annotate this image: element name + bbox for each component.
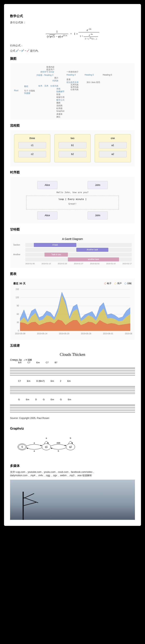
mm-node: 流程图 [56,104,62,107]
svg-text:2019-06-01: 2019-06-01 [103,332,113,335]
svg-text:2019-05-14: 2019-05-14 [37,332,48,335]
chord: Em [51,398,54,401]
chord: 2 [60,380,61,382]
gantt-diagram: A Gantt Diagram Section A task Another t… [10,234,135,268]
chord: Em [18,361,22,364]
svg-text:0: 0 [18,330,19,332]
music-source: Source: Copyright 2005, Paul Rosen [10,417,135,420]
media-video-frame[interactable] [10,480,135,520]
legend-label: 回帖 [127,282,132,285]
seq-message: Great! [28,202,117,205]
gv-edge-label: a [34,442,35,444]
chord: Em [68,398,71,401]
section-heading-math: 数学公式 [10,14,135,18]
legend-label: 用户 [117,282,122,285]
gantt-tick: 2019-02-03 [90,262,99,265]
gantt-tick: 2019-01-20 [58,262,67,265]
graphviz-svg: S q1 q2 a a ddb b a b [10,437,91,455]
chord: Em [37,361,40,364]
mm-node: Heading 4 [66,74,76,76]
gantt-bar: another task [68,258,119,262]
mm-node: 隐藏细节 [56,90,64,93]
seq-actor: John [88,212,108,220]
svg-text:30: 30 [17,321,19,324]
gv-edge-label: b [70,437,71,439]
gv-edge-label: ddb [57,442,60,444]
graphviz-diagram: S q1 q2 a a ddb b a b [10,433,135,460]
gantt-bar: A task [34,243,76,247]
eq-rhs: 1 + [74,32,79,35]
flow-group: one a1 a2 [95,134,131,162]
chord: D [35,398,37,401]
chord: G [60,398,62,401]
flow-node: b1 [59,142,86,148]
eq-lhs-den: (√φ√5 − φ) e2/5 π [46,34,68,38]
mm-node: Graphviz [56,110,64,112]
section-heading-media: 多媒体 [10,464,135,468]
chord: D (Bm7) [37,380,45,382]
legend-dot [104,282,106,284]
gantt-tick: 2019-01-06 [25,262,35,265]
staff-line [10,368,135,376]
mm-node: Heading 6 [103,74,112,76]
seq-actor: Alice [37,181,57,189]
seq-loop-label: loop [ Every minute ] [28,198,117,200]
flow-node: b2 [59,151,86,157]
chart-title: 最近 30 天 [13,282,26,285]
section-heading-sequence: 时序图 [10,170,135,174]
flow-group-title: one [97,137,128,140]
chord: Em [27,380,30,382]
mm-node: 任务列表 [70,88,79,91]
staff-line [10,386,135,394]
chord: C7 [18,380,21,382]
media-description: 支持 v.qq.com，youtube.com，youku.com，coub.c… [10,470,135,477]
section-heading-flowchart: 流程图 [10,124,135,128]
mm-node: 教程 [24,85,28,88]
gantt-tick: 2019-02-10 [106,262,116,265]
svg-text:60: 60 [17,313,19,315]
mm-node: 多媒体 [56,113,62,116]
gantt-tick: 2019-02-17 [122,262,132,265]
flow-group: two b1 b2 [54,134,91,162]
gantt-section-label: Another [13,254,25,256]
mm-node: 表情符号 Emoji [40,70,54,73]
math-block-equation: 1 (√φ√5 − φ) e2/5 π = 1 + e−2π 1 + e−4π1… [10,28,135,40]
svg-text:2019-05-20: 2019-05-20 [59,332,69,335]
chord: Em [67,380,71,382]
gantt-bar: Another task [76,248,108,252]
staff-line [10,405,135,413]
music-tempo: = 116 [26,358,32,361]
gv-node-q1: q1 [45,446,48,448]
mm-node: 大标题 - Heading 3 [36,74,53,76]
mm-node: 脑图 [56,102,60,104]
flow-group: three c1 c2 [14,134,50,162]
sequence-diagram: Alice John Hello John, how are you? loop… [10,177,135,224]
legend-label: 帖子 [107,282,112,285]
svg-text:90: 90 [17,304,19,307]
chord: C7 [28,361,30,364]
mm-node: 演示 Java 高亮 [87,81,100,84]
mm-node: 普通 [66,78,70,81]
gv-node-q2: q2 [69,446,72,448]
chord: B7 [55,361,57,364]
seq-loop: loop [ Every minute ] Great! [26,196,119,210]
mm-node: 图片 [54,76,58,79]
chord: Em [51,380,54,382]
eq-lhs-num: 1 [46,30,68,34]
chord: G [43,398,45,401]
gv-edge-label: a [46,437,47,439]
mindmap-diagram: Root 教程 引子 分隔线 快捷键 有序、无序、任务列表 表格 隐藏细节 段落… [10,63,135,120]
mm-node: 快捷键 [24,92,30,95]
flow-node: a1 [99,142,127,148]
math-inline-label: 行内公式： [10,44,135,48]
svg-text:2019-05-26: 2019-05-26 [81,332,91,335]
gantt-section-label: Section [13,244,25,246]
legend-dot [114,282,116,284]
chart-container: 最近 30 天 帖子 用户 回帖 03060901201502019-05-08… [10,278,135,340]
music-title: Clouds Thicken [10,352,135,357]
flow-node: c1 [18,142,46,148]
mm-node: 时序图 [56,107,62,110]
seq-message: Hello John, how are you? [14,191,131,194]
section-heading-chart: 图表 [10,272,135,276]
mm-node: 有序、无序、任务列表 [38,84,58,88]
